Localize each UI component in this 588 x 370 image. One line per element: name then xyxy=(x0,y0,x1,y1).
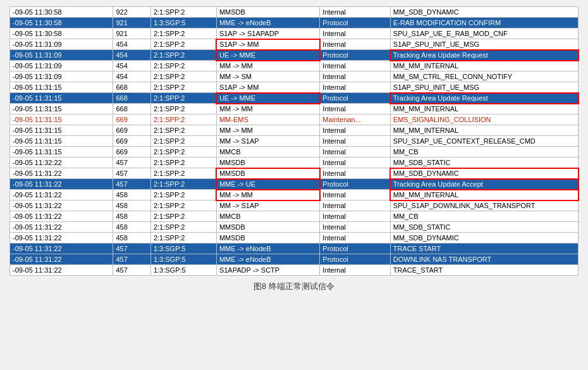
cell-seq: 458 xyxy=(113,190,150,200)
cell-type: Internal xyxy=(320,265,390,276)
cell-from: MMCB xyxy=(216,211,319,222)
cell-name: MM_CB xyxy=(390,147,578,157)
cell-time: -09-05 11:31:22 xyxy=(10,265,113,276)
cell-name: MM_MM_INTERNAL xyxy=(390,61,578,71)
cell-name: MM_CB xyxy=(390,211,578,222)
cell-proc: 2:1:SPP:2 xyxy=(150,71,216,82)
cell-type: Internal xyxy=(320,136,390,147)
cell-time: -09-05 11:31:15 xyxy=(10,104,113,114)
cell-type: Internal xyxy=(320,82,390,93)
cell-seq: 921 xyxy=(113,18,150,28)
cell-seq: 668 xyxy=(113,82,150,93)
cell-type: Internal xyxy=(320,200,390,211)
cell-type: Protocol xyxy=(320,254,390,265)
cell-seq: 668 xyxy=(113,104,150,114)
cell-time: -09-05 11:31:22 xyxy=(10,168,113,179)
cell-type: Internal xyxy=(320,157,390,168)
cell-name: MM_SDB_STATIC xyxy=(390,222,578,233)
table-row: -09-05 11:31:156682:1:SPP:2MM -> MMInter… xyxy=(10,104,579,114)
cell-seq: 922 xyxy=(113,7,150,18)
cell-time: -09-05 11:31:15 xyxy=(10,147,113,157)
cell-from: MM -> MM xyxy=(216,190,319,200)
cell-name: TRACE_START xyxy=(390,265,578,276)
cell-type: Internal xyxy=(320,233,390,244)
table-row: -09-05 11:31:224572:1:SPP:2MMSDBInternal… xyxy=(10,168,579,179)
table-row: -09-05 11:31:094542:1:SPP:2MM -> MMInter… xyxy=(10,61,579,71)
cell-seq: 921 xyxy=(113,28,150,39)
cell-name: Tracking Area Update Request xyxy=(390,50,578,61)
cell-proc: 2:1:SPP:2 xyxy=(150,114,216,125)
cell-proc: 2:1:SPP:2 xyxy=(150,50,216,61)
cell-proc: 2:1:SPP:2 xyxy=(150,28,216,39)
cell-time: -09-05 11:31:22 xyxy=(10,200,113,211)
table-row: -09-05 11:31:224582:1:SPP:2MMSDBInternal… xyxy=(10,233,579,244)
cell-from: S1APADP -> SCTP xyxy=(216,265,319,276)
cell-from: S1AP -> MM xyxy=(216,82,319,93)
cell-type: Protocol xyxy=(320,244,390,254)
cell-from: MMCB xyxy=(216,147,319,157)
cell-from: MMSDB xyxy=(216,222,319,233)
cell-proc: 2:1:SPP:2 xyxy=(150,61,216,71)
table-row: -09-05 11:31:156692:1:SPP:2MMCBInternalM… xyxy=(10,147,579,157)
cell-name: S1AP_SPU_INIT_UE_MSG xyxy=(390,82,578,93)
cell-seq: 457 xyxy=(113,254,150,265)
cell-name: MM_MM_INTERNAL xyxy=(390,190,578,200)
cell-type: Protocol xyxy=(320,179,390,190)
cell-from: MMSDB xyxy=(216,157,319,168)
cell-from: MMSDB xyxy=(216,168,319,179)
cell-time: -09-05 11:31:22 xyxy=(10,244,113,254)
cell-from: MMSDB xyxy=(216,233,319,244)
cell-seq: 668 xyxy=(113,93,150,104)
cell-name: TRACE START xyxy=(390,244,578,254)
cell-seq: 669 xyxy=(113,125,150,136)
cell-name: SPU_S1AP_DOWNLINK_NAS_TRANSPORT xyxy=(390,200,578,211)
cell-from: MME -> eNodeB xyxy=(216,244,319,254)
cell-type: Internal xyxy=(320,190,390,200)
cell-seq: 457 xyxy=(113,179,150,190)
cell-from: MM -> MM xyxy=(216,125,319,136)
cell-time: -09-05 11:31:15 xyxy=(10,93,113,104)
cell-from: S1AP -> S1APADP xyxy=(216,28,319,39)
cell-from: UE -> MME xyxy=(216,50,319,61)
cell-name: SPU_S1AP_UE_E_RAB_MOD_CNF xyxy=(390,28,578,39)
cell-seq: 669 xyxy=(113,114,150,125)
cell-seq: 454 xyxy=(113,61,150,71)
table-row: -09-05 11:30:589222:1:SPP:2MMSDBInternal… xyxy=(10,7,579,18)
cell-proc: 2:1:SPP:2 xyxy=(150,7,216,18)
signal-table: -09-05 11:30:589222:1:SPP:2MMSDBInternal… xyxy=(9,6,579,276)
cell-proc: 2:1:SPP:2 xyxy=(150,222,216,233)
cell-time: -09-05 11:31:15 xyxy=(10,114,113,125)
table-row-highlighted: -09-05 11:31:224572:1:SPP:2MME -> UEProt… xyxy=(10,179,579,190)
cell-seq: 458 xyxy=(113,200,150,211)
cell-type: Maintenan... xyxy=(320,114,390,125)
cell-type: Internal xyxy=(320,125,390,136)
cell-seq: 457 xyxy=(113,168,150,179)
cell-name: MM_SDB_DYNAMIC xyxy=(390,168,578,179)
cell-type: Internal xyxy=(320,28,390,39)
cell-proc: 2:1:SPP:2 xyxy=(150,125,216,136)
cell-proc: 1:3:SGP:5 xyxy=(150,265,216,276)
cell-time: -09-05 11:31:22 xyxy=(10,222,113,233)
table-row: -09-05 11:31:224582:1:SPP:2MM -> MMInter… xyxy=(10,190,579,200)
cell-seq: 454 xyxy=(113,71,150,82)
table-row: -09-05 11:31:224582:1:SPP:2MMSDBInternal… xyxy=(10,222,579,233)
cell-name: S1AP_SPU_INIT_UE_MSG xyxy=(390,39,578,50)
cell-from: S1AP -> MM xyxy=(216,39,319,50)
cell-proc: 2:1:SPP:2 xyxy=(150,82,216,93)
cell-type: Internal xyxy=(320,168,390,179)
cell-from: MM-EMS xyxy=(216,114,319,125)
cell-time: -09-05 11:31:22 xyxy=(10,190,113,200)
cell-proc: 2:1:SPP:2 xyxy=(150,211,216,222)
cell-proc: 2:1:SPP:2 xyxy=(150,93,216,104)
cell-type: Protocol xyxy=(320,18,390,28)
cell-time: -09-05 11:31:09 xyxy=(10,61,113,71)
table-row: -09-05 11:30:589212:1:SPP:2S1AP -> S1APA… xyxy=(10,28,579,39)
table-row-ems: -09-05 11:31:156692:1:SPP:2MM-EMSMainten… xyxy=(10,114,579,125)
cell-type: Internal xyxy=(320,61,390,71)
cell-proc: 2:1:SPP:2 xyxy=(150,39,216,50)
cell-proc: 2:1:SPP:2 xyxy=(150,233,216,244)
cell-from: MM -> S1AP xyxy=(216,200,319,211)
cell-from: MM -> SM xyxy=(216,71,319,82)
cell-from: MME -> eNodeB xyxy=(216,254,319,265)
cell-proc: 1:3:SGP:5 xyxy=(150,244,216,254)
